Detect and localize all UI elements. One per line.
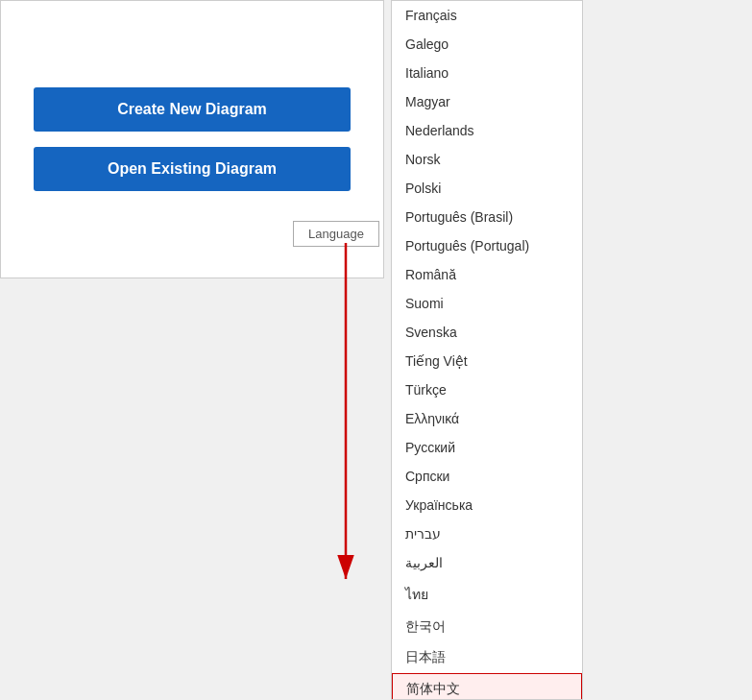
dropdown-item-francais[interactable]: Français: [392, 1, 582, 30]
dropdown-item-italiano[interactable]: Italiano: [392, 59, 582, 87]
dropdown-item-tieng-viet[interactable]: Tiếng Việt: [392, 347, 582, 375]
dropdown-item-suomi[interactable]: Suomi: [392, 289, 582, 318]
dropdown-item-polski[interactable]: Polski: [392, 174, 582, 203]
dropdown-item-hebrew[interactable]: עברית: [392, 519, 582, 548]
dropdown-item-turkce[interactable]: Türkçe: [392, 375, 582, 404]
dropdown-item-portugues-brasil[interactable]: Português (Brasil): [392, 203, 582, 231]
dropdown-item-srpski[interactable]: Српски: [392, 462, 582, 491]
dropdown-item-nederlands[interactable]: Nederlands: [392, 116, 582, 145]
create-new-diagram-button[interactable]: Create New Diagram: [34, 87, 351, 132]
open-existing-diagram-button[interactable]: Open Existing Diagram: [34, 147, 351, 191]
dropdown-item-magyar[interactable]: Magyar: [392, 87, 582, 116]
language-button[interactable]: Language: [293, 221, 379, 247]
dropdown-item-portugues-portugal[interactable]: Português (Portugal): [392, 231, 582, 260]
dropdown-item-ukrainian[interactable]: Українська: [392, 491, 582, 519]
dropdown-item-thai[interactable]: ไทย: [392, 577, 582, 612]
dropdown-item-svenska[interactable]: Svenska: [392, 318, 582, 347]
dropdown-item-russian[interactable]: Русский: [392, 433, 582, 462]
dropdown-item-korean[interactable]: 한국어: [392, 612, 582, 642]
dropdown-item-romana[interactable]: Română: [392, 260, 582, 289]
dropdown-item-arabic[interactable]: العربية: [392, 548, 582, 577]
language-dropdown: FrançaisGalegoItalianoMagyarNederlandsNo…: [391, 0, 583, 700]
dropdown-item-norsk[interactable]: Norsk: [392, 145, 582, 174]
language-button-container: Language: [293, 221, 379, 247]
dropdown-item-galego[interactable]: Galego: [392, 30, 582, 59]
dropdown-item-japanese[interactable]: 日本語: [392, 642, 582, 673]
dropdown-item-ellinika[interactable]: Ελληνικά: [392, 404, 582, 433]
dropdown-item-simplified-chinese[interactable]: 简体中文: [392, 673, 582, 700]
